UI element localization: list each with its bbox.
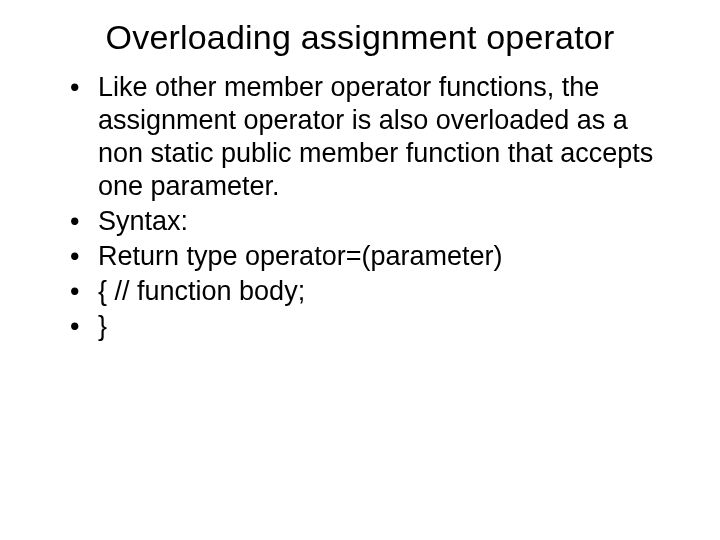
slide: Overloading assignment operator Like oth…	[0, 0, 720, 540]
list-item: }	[70, 310, 680, 343]
list-item: { // function body;	[70, 275, 680, 308]
list-item: Syntax:	[70, 205, 680, 238]
list-item: Like other member operator functions, th…	[70, 71, 680, 203]
slide-title: Overloading assignment operator	[40, 18, 680, 57]
list-item: Return type operator=(parameter)	[70, 240, 680, 273]
bullet-list: Like other member operator functions, th…	[40, 71, 680, 343]
